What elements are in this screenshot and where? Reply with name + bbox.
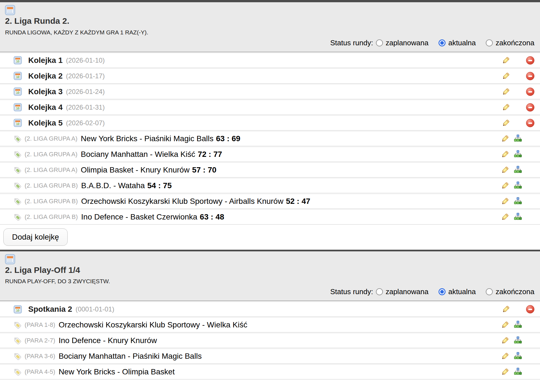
- status-radio-aktualna[interactable]: [439, 288, 446, 295]
- row-actions: [501, 305, 534, 314]
- delete-icon[interactable]: [526, 103, 534, 112]
- status-radio-zaplanowana[interactable]: [376, 288, 383, 295]
- tag-icon: [13, 212, 22, 222]
- add-round-button[interactable]: Dodaj kolejkę: [3, 228, 68, 246]
- match-group-label: (PARA 4-5): [25, 368, 55, 376]
- status-options: zaplanowana aktualna zakończona: [376, 287, 534, 296]
- svg-text:10: 10: [16, 60, 19, 63]
- tag-icon: [13, 351, 22, 361]
- status-label: Status rundy:: [330, 287, 373, 296]
- match-row: (2. LIGA GRUPA A) New York Bricks - Piaś…: [0, 131, 540, 146]
- bracket-sitemap-icon[interactable]: [514, 212, 523, 221]
- status-option[interactable]: aktualna: [439, 287, 476, 296]
- match-teams: Ino Defence - Knury Knurów: [59, 336, 157, 345]
- row-actions: [501, 212, 523, 221]
- row-actions: [501, 87, 534, 96]
- edit-pencil-icon[interactable]: [501, 56, 510, 65]
- match-teams: Bociany Manhattan - Piaśniki Magic Balls: [59, 352, 202, 361]
- round-title: 2. Liga Runda 2.: [5, 16, 534, 26]
- bracket-sitemap-icon[interactable]: [514, 352, 523, 361]
- status-radio-zakończona[interactable]: [486, 288, 493, 295]
- edit-pencil-icon[interactable]: [501, 197, 510, 206]
- match-teams: Ino Defence - Basket Czerwionka: [81, 212, 197, 221]
- bracket-sitemap-icon[interactable]: [514, 336, 523, 345]
- delete-icon[interactable]: [526, 88, 534, 96]
- round-title: 2. Liga Play-Off 1/4: [5, 265, 534, 275]
- row-actions: [501, 320, 523, 329]
- calendar-icon: [5, 254, 15, 264]
- calendar-day-icon: 10: [14, 72, 22, 80]
- svg-text:10: 10: [16, 75, 19, 79]
- match-score: 52 : 47: [286, 197, 310, 206]
- edit-pencil-icon[interactable]: [501, 103, 510, 112]
- round-row: 10 Kolejka 4 (2026-01-31): [0, 100, 540, 115]
- bracket-sitemap-icon[interactable]: [514, 166, 523, 174]
- match-group-label: (2. LIGA GRUPA A): [25, 166, 77, 174]
- round-status-line: Status rundy: zaplanowana aktualna zakoń…: [5, 39, 534, 47]
- svg-text:10: 10: [16, 308, 19, 312]
- button-area: Dodaj kolejkę: [0, 225, 540, 250]
- status-option-label: zaplanowana: [386, 287, 428, 296]
- status-radio-aktualna[interactable]: [439, 39, 446, 46]
- calendar-day-icon: 10: [14, 56, 22, 64]
- edit-pencil-icon[interactable]: [501, 320, 510, 329]
- section-divider: [0, 0, 540, 2]
- status-option[interactable]: zaplanowana: [376, 39, 428, 47]
- round-name: Kolejka 3: [28, 87, 63, 96]
- delete-icon[interactable]: [526, 305, 534, 313]
- edit-pencil-icon[interactable]: [501, 166, 510, 174]
- tag-icon: [13, 165, 22, 175]
- edit-pencil-icon[interactable]: [501, 212, 510, 221]
- edit-pencil-icon[interactable]: [501, 367, 510, 376]
- edit-pencil-icon[interactable]: [501, 150, 510, 159]
- status-radio-zaplanowana[interactable]: [376, 39, 383, 46]
- status-option[interactable]: aktualna: [439, 39, 476, 47]
- round-subtitle: RUNDA PLAY-OFF, DO 3 ZWYCIĘSTW.: [5, 278, 534, 285]
- round-name: Kolejka 2: [28, 72, 63, 81]
- bracket-sitemap-icon[interactable]: [514, 320, 523, 329]
- delete-icon[interactable]: [526, 119, 534, 127]
- svg-text:10: 10: [16, 91, 19, 94]
- match-row: (2. LIGA GRUPA B) B.A.B.D. - Wataha 54 :…: [0, 178, 540, 193]
- match-row: (PARA 3-6) Bociany Manhattan - Piaśniki …: [0, 349, 540, 364]
- match-score: 63 : 69: [216, 134, 240, 143]
- match-group-label: (2. LIGA GRUPA B): [25, 198, 78, 205]
- edit-pencil-icon[interactable]: [501, 352, 510, 361]
- edit-pencil-icon[interactable]: [501, 87, 510, 96]
- status-option-label: zaplanowana: [386, 39, 428, 47]
- edit-pencil-icon[interactable]: [501, 119, 510, 127]
- edit-pencil-icon[interactable]: [501, 181, 510, 190]
- edit-pencil-icon[interactable]: [501, 305, 510, 314]
- status-option-label: zakończona: [496, 39, 534, 47]
- edit-pencil-icon[interactable]: [501, 72, 510, 81]
- row-actions: [501, 166, 523, 174]
- row-actions: [501, 197, 523, 206]
- match-group-label: (2. LIGA GRUPA A): [25, 151, 77, 158]
- delete-icon[interactable]: [526, 56, 534, 65]
- row-actions: [501, 336, 523, 345]
- round-row: 10 Kolejka 5 (2026-02-07): [0, 115, 540, 131]
- tag-icon: [13, 320, 22, 330]
- bracket-sitemap-icon[interactable]: [514, 150, 523, 159]
- status-option[interactable]: zakończona: [486, 39, 534, 47]
- status-radio-zakończona[interactable]: [486, 39, 493, 46]
- svg-text:10: 10: [16, 122, 19, 126]
- status-option-label: aktualna: [448, 39, 476, 47]
- edit-pencil-icon[interactable]: [501, 134, 510, 143]
- status-label: Status rundy:: [330, 39, 373, 47]
- bracket-sitemap-icon[interactable]: [514, 197, 523, 206]
- delete-icon[interactable]: [526, 72, 534, 80]
- status-option-label: zakończona: [496, 287, 534, 296]
- match-teams: B.A.B.D. - Wataha: [81, 181, 145, 190]
- bracket-sitemap-icon[interactable]: [514, 181, 523, 190]
- row-actions: [501, 103, 534, 112]
- status-option[interactable]: zakończona: [486, 287, 534, 296]
- round-row: 10 Spotkania 2 (0001-01-01): [0, 302, 540, 317]
- round-header: 2. Liga Play-Off 1/4 RUNDA PLAY-OFF, DO …: [0, 251, 540, 301]
- status-option[interactable]: zaplanowana: [376, 287, 428, 296]
- match-group-label: (PARA 2-7): [25, 337, 55, 344]
- edit-pencil-icon[interactable]: [501, 336, 510, 345]
- bracket-sitemap-icon[interactable]: [514, 367, 523, 376]
- bracket-sitemap-icon[interactable]: [514, 134, 523, 143]
- row-actions: [501, 181, 523, 190]
